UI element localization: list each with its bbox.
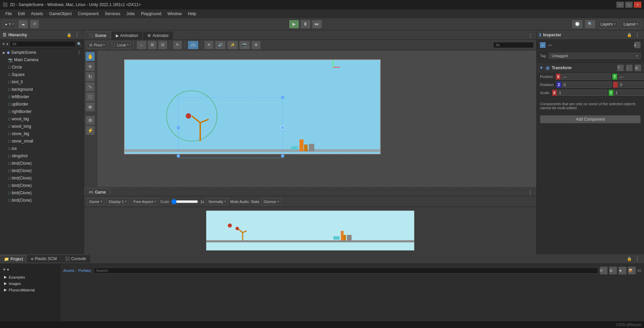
display-dropdown[interactable]: Display 1 ▾: [106, 198, 129, 205]
hierarchy-item-square[interactable]: □ Square: [0, 71, 84, 78]
bottom-more-button[interactable]: ⋮: [633, 256, 641, 262]
transform-menu-button[interactable]: ☰: [635, 65, 641, 71]
rotate-tool-button[interactable]: ↻: [173, 41, 182, 49]
mute-audio-label[interactable]: Mute Audio: [230, 200, 249, 204]
pivot-dropdown[interactable]: ◎ Pivot ▾: [87, 41, 107, 49]
fx-tool-button[interactable]: ✨: [227, 41, 238, 49]
hierarchy-item-bird-clone-5[interactable]: □ bird(Clone): [0, 189, 84, 197]
history-button[interactable]: 🕐: [572, 20, 583, 29]
local-dropdown[interactable]: ⬛ Local ▾: [108, 41, 131, 49]
project-refresh-button[interactable]: ⟳: [600, 266, 608, 275]
rotate-tool-palette-button[interactable]: ↻: [85, 72, 95, 81]
transform-section-header[interactable]: ▼ ⊕ Transform ? ⋮ ☰: [537, 63, 644, 73]
normally-dropdown[interactable]: Normally ▾: [206, 198, 228, 205]
hierarchy-item-bird-clone-2[interactable]: □ bird(Clone): [0, 167, 84, 174]
hierarchy-lock-button[interactable]: 🔒: [67, 32, 72, 38]
tab-game[interactable]: 🎮 Game: [84, 188, 110, 196]
breadcrumb-assets[interactable]: Assets: [63, 269, 74, 273]
project-item-physicsmaterial[interactable]: ▶ PhysicsMaterial: [0, 287, 60, 293]
bottom-lock-button[interactable]: 🔒: [627, 256, 632, 261]
game-mode-dropdown[interactable]: Game ▾: [87, 198, 104, 205]
menu-services[interactable]: Services: [102, 11, 123, 17]
step-button[interactable]: ⏭: [312, 20, 322, 29]
hierarchy-item-leftborder[interactable]: □ leftBorder: [0, 93, 84, 100]
camera-tool-button[interactable]: 📷: [239, 41, 250, 49]
hierarchy-more-button[interactable]: ⋮: [73, 32, 81, 38]
undo-button[interactable]: ↺: [30, 20, 39, 29]
position-y-input[interactable]: [618, 74, 644, 80]
scene-search-input[interactable]: [493, 42, 534, 48]
tag-value-dropdown[interactable]: Untagged ▾: [549, 53, 641, 59]
game-tab-more[interactable]: ⋮: [524, 190, 536, 196]
layers-dropdown[interactable]: Layers ▾: [598, 20, 618, 29]
hierarchy-item-wood-long[interactable]: □ wood_long: [0, 123, 84, 130]
tab-animator[interactable]: ⚙ Animator: [143, 32, 173, 39]
inspector-more-button[interactable]: ⋮: [633, 32, 641, 38]
gizmos-tool-button[interactable]: ⚙: [251, 41, 261, 49]
hierarchy-search-input[interactable]: [10, 41, 76, 47]
project-item-images[interactable]: ▶ Images: [0, 280, 60, 287]
menu-gameobject[interactable]: GameObject: [46, 11, 74, 17]
menu-window[interactable]: Window: [165, 11, 185, 17]
hierarchy-item-bird-clone-3[interactable]: □ bird(Clone): [0, 174, 84, 182]
menu-jobs[interactable]: Jobs: [123, 11, 137, 17]
custom-tool2-button[interactable]: ⚡: [85, 126, 95, 135]
project-filter-button[interactable]: ⚙: [609, 266, 617, 275]
hierarchy-item-bird0[interactable]: □ bird_0: [0, 78, 84, 86]
hierarchy-item-bird-clone-4[interactable]: □ bird(Clone): [0, 182, 84, 189]
move-tool-palette-button[interactable]: ✛: [85, 62, 95, 71]
grid-tool-button[interactable]: ⊟: [158, 41, 167, 49]
game-more-button[interactable]: ⋮: [526, 190, 534, 196]
tab-project[interactable]: 📁 Project: [0, 255, 27, 263]
scale-tool-palette-button[interactable]: ⤡: [85, 82, 95, 91]
search-button[interactable]: 🔍: [585, 20, 596, 29]
hierarchy-item-stone-small[interactable]: □ stone_small: [0, 137, 84, 145]
scene-tab-more[interactable]: ⋮: [524, 33, 536, 39]
transform-options-button[interactable]: ⋮: [626, 65, 633, 71]
close-button[interactable]: ✕: [634, 2, 641, 8]
enable-checkbox[interactable]: ✓: [540, 42, 545, 48]
aspect-dropdown[interactable]: Free Aspect ▾: [131, 198, 158, 205]
hierarchy-item-bird-clone-1[interactable]: □ bird(Clone): [0, 160, 84, 167]
rect-tool-palette-button[interactable]: □: [85, 92, 95, 101]
account-dropdown[interactable]: ● Y ▾: [3, 20, 16, 28]
position-x-input[interactable]: [561, 74, 611, 80]
maximize-button[interactable]: □: [625, 2, 633, 8]
add-component-button[interactable]: Add Component: [540, 115, 641, 123]
inspector-lock-button[interactable]: 🔒: [627, 32, 632, 38]
2d-mode-button[interactable]: 2D: [188, 41, 199, 49]
hierarchy-item-ice[interactable]: □ ice: [0, 145, 84, 152]
menu-help[interactable]: Help: [185, 11, 199, 17]
light-tool-button[interactable]: ☀: [204, 41, 214, 49]
hierarchy-item-wood-big[interactable]: □ wood_big: [0, 115, 84, 123]
project-search-input[interactable]: [94, 268, 598, 274]
breadcrumb-prefabs[interactable]: Prefabs: [78, 269, 91, 273]
project-star-button[interactable]: ★: [618, 266, 627, 275]
custom-tool-button[interactable]: ⚙: [85, 116, 95, 125]
transform-help-button[interactable]: ?: [617, 65, 624, 71]
hierarchy-item-bird-clone-6[interactable]: □ bird(Clone): [0, 197, 84, 204]
minimize-button[interactable]: ─: [616, 2, 624, 8]
menu-assets[interactable]: Assets: [28, 11, 46, 17]
hand-tool-button[interactable]: ✋: [85, 52, 95, 61]
menu-component[interactable]: Component: [75, 11, 101, 17]
layout-dropdown[interactable]: Layout ▾: [620, 20, 641, 29]
project-item-examples[interactable]: ▶ Examples: [0, 274, 60, 280]
scale-x-input[interactable]: [558, 90, 607, 96]
audio-tool-button[interactable]: 🔊: [215, 41, 226, 49]
pause-button[interactable]: ⏸: [300, 20, 311, 29]
scene-more-button[interactable]: ⋮: [526, 33, 534, 39]
stats-label[interactable]: Stats: [251, 200, 259, 204]
hierarchy-item-samplescene[interactable]: ▶ ◆ SampleScene ⋮: [0, 49, 84, 56]
inspector-static-dropdown[interactable]: ▾: [634, 42, 641, 48]
hierarchy-item-rightborder[interactable]: □ rightBorder: [0, 108, 84, 115]
scale-slider[interactable]: [171, 199, 198, 204]
gizmos-dropdown[interactable]: Gizmos ▾: [261, 198, 281, 205]
tab-plastic-scm[interactable]: ⎈ Plastic SCM: [27, 255, 61, 262]
hierarchy-item-circle[interactable]: □ Circle: [0, 64, 84, 71]
hierarchy-item-upborder[interactable]: □ upBorder: [0, 100, 84, 108]
rotation-z-input[interactable]: [562, 82, 612, 88]
project-package-button[interactable]: 📦: [628, 266, 636, 275]
tab-scene[interactable]: ⬛ Scene: [84, 32, 111, 39]
scene-view[interactable]: ✋ ✛ ↻ ⤡ □ ⊕ ⚙ ⚡: [84, 50, 536, 187]
